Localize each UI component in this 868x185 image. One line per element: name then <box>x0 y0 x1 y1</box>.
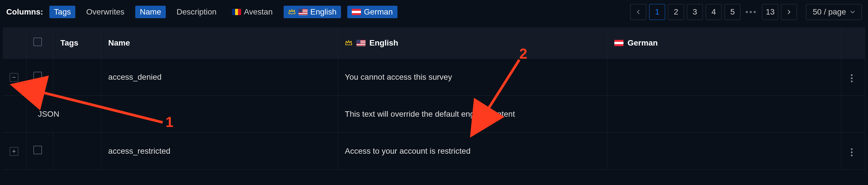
cell-sub-label: JSON <box>27 96 101 133</box>
table-row: JSON This text will override the default… <box>3 96 865 133</box>
page-size-select[interactable]: 50 / page <box>806 4 862 20</box>
cell-tags <box>53 133 101 170</box>
table-header-row: Tags Name English German <box>3 27 865 59</box>
chevron-right-icon <box>786 9 792 14</box>
cell-english[interactable]: This text will override the default engl… <box>338 96 608 133</box>
th-check <box>27 27 53 59</box>
crown-icon <box>288 9 296 15</box>
page-button-3[interactable]: 3 <box>687 4 703 20</box>
flag-icon <box>356 40 366 46</box>
flag-icon <box>232 9 241 15</box>
th-expand <box>3 27 27 59</box>
cell-name <box>101 96 338 133</box>
column-controls: Columns: Tags Overwrites Name Descriptio… <box>6 6 398 18</box>
chip-english[interactable]: English <box>284 6 341 18</box>
cell-english[interactable]: You cannot access this survey <box>338 59 608 96</box>
chip-overwrites[interactable]: Overwrites <box>82 6 129 18</box>
chip-label: German <box>364 7 393 16</box>
chevron-down-icon <box>850 9 855 14</box>
toolbar: Columns: Tags Overwrites Name Descriptio… <box>0 0 868 27</box>
row-checkbox[interactable] <box>33 146 42 154</box>
flag-icon <box>299 9 308 15</box>
flag-icon <box>352 9 361 15</box>
chip-description[interactable]: Description <box>172 6 221 18</box>
page-button-1[interactable]: 1 <box>649 4 665 20</box>
chip-german[interactable]: German <box>347 6 397 18</box>
chevron-left-icon <box>636 9 641 14</box>
columns-label: Columns: <box>6 7 43 16</box>
page-prev-button[interactable] <box>630 4 646 20</box>
chip-label: Description <box>177 7 217 16</box>
select-all-checkbox[interactable] <box>33 38 42 46</box>
th-german[interactable]: German <box>608 27 841 59</box>
th-english[interactable]: English <box>338 27 608 59</box>
page-button-2[interactable]: 2 <box>668 4 684 20</box>
table-row: − access_denied You cannot access this s… <box>3 59 865 96</box>
row-more-button[interactable] <box>848 71 856 85</box>
row-more-button[interactable] <box>848 145 856 159</box>
cell-english[interactable]: Access to your account is restricted <box>338 133 608 170</box>
row-collapse-button[interactable]: − <box>10 73 18 82</box>
chip-name[interactable]: Name <box>135 6 166 18</box>
table-row: + access_restricted Access to your accou… <box>3 133 865 170</box>
cell-name[interactable]: access_denied <box>101 59 338 96</box>
chip-label: English <box>310 7 337 16</box>
chip-tags[interactable]: Tags <box>49 6 75 18</box>
pagination: 1 2 3 4 5 ••• 13 <box>630 4 797 20</box>
cell-german[interactable] <box>608 133 841 170</box>
right-controls: 1 2 3 4 5 ••• 13 50 / page <box>630 4 862 20</box>
page-ellipsis: ••• <box>743 7 759 16</box>
chip-label: Overwrites <box>86 7 124 16</box>
th-name[interactable]: Name <box>101 27 338 59</box>
chip-label: Avestan <box>244 7 273 16</box>
cell-tags <box>53 59 101 96</box>
th-label: English <box>370 38 398 47</box>
crown-icon <box>345 40 352 46</box>
th-label: German <box>627 38 658 47</box>
page-button-last[interactable]: 13 <box>762 4 778 20</box>
cell-name[interactable]: access_restricted <box>101 133 338 170</box>
th-actions <box>841 27 865 59</box>
chip-label: Tags <box>54 7 71 16</box>
chip-label: Name <box>140 7 161 16</box>
cell-german[interactable] <box>608 59 841 96</box>
page-button-5[interactable]: 5 <box>724 4 740 20</box>
row-checkbox[interactable] <box>33 72 42 80</box>
chip-avestan[interactable]: Avestan <box>227 6 277 18</box>
flag-icon <box>614 40 623 46</box>
page-button-4[interactable]: 4 <box>706 4 722 20</box>
page-size-label: 50 / page <box>813 7 846 16</box>
cell-german[interactable] <box>608 96 841 133</box>
th-tags[interactable]: Tags <box>53 27 101 59</box>
row-expand-button[interactable]: + <box>10 147 18 156</box>
page-next-button[interactable] <box>781 4 797 20</box>
translations-table: Tags Name English German − <box>3 27 865 170</box>
